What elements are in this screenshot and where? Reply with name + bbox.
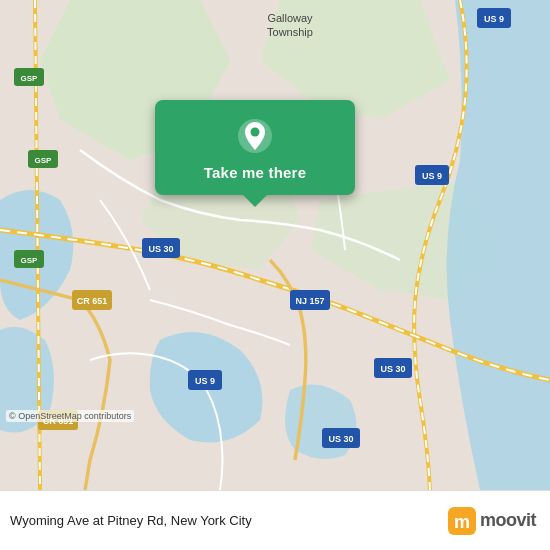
- svg-text:Galloway: Galloway: [267, 12, 313, 24]
- svg-text:US 9: US 9: [422, 171, 442, 181]
- svg-text:US 9: US 9: [484, 14, 504, 24]
- copyright-text: © OpenStreetMap contributors: [6, 410, 134, 422]
- svg-text:GSP: GSP: [21, 74, 39, 83]
- map-container: US 9 US 9 US 30 US 30 US 30 US 9 NJ 157 …: [0, 0, 550, 490]
- svg-text:Township: Township: [267, 26, 313, 38]
- svg-text:US 30: US 30: [380, 364, 405, 374]
- bottom-bar: Wyoming Ave at Pitney Rd, New York City …: [0, 490, 550, 550]
- popup-card[interactable]: Take me there: [155, 100, 355, 195]
- location-pin-icon: [237, 118, 273, 154]
- svg-text:GSP: GSP: [35, 156, 53, 165]
- svg-text:US 9: US 9: [195, 376, 215, 386]
- svg-point-32: [251, 128, 260, 137]
- svg-text:CR 651: CR 651: [77, 296, 108, 306]
- location-label: Wyoming Ave at Pitney Rd, New York City: [10, 513, 252, 528]
- svg-text:US 30: US 30: [328, 434, 353, 444]
- svg-text:GSP: GSP: [21, 256, 39, 265]
- svg-text:US 30: US 30: [148, 244, 173, 254]
- moovit-brand-text: moovit: [480, 510, 536, 531]
- moovit-logo: m moovit: [448, 507, 536, 535]
- svg-text:m: m: [454, 512, 470, 532]
- take-me-there-button[interactable]: Take me there: [204, 164, 306, 181]
- moovit-icon: m: [448, 507, 476, 535]
- svg-text:NJ 157: NJ 157: [295, 296, 324, 306]
